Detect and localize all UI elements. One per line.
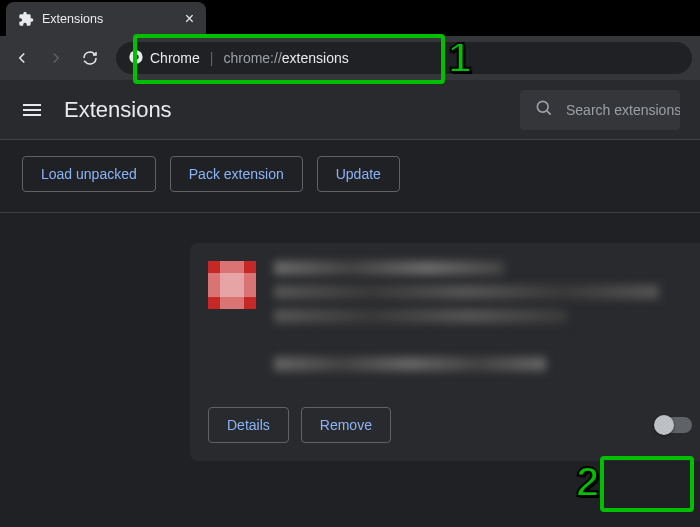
browser-tab[interactable]: Extensions × <box>6 2 206 36</box>
extension-puzzle-icon <box>18 11 34 27</box>
chrome-icon <box>128 49 144 68</box>
extension-desc-redacted <box>274 309 567 323</box>
hamburger-menu-icon[interactable] <box>20 98 44 122</box>
pack-extension-button[interactable]: Pack extension <box>170 156 303 192</box>
url-scheme: chrome:// <box>223 50 281 66</box>
browser-toolbar: Chrome | chrome://extensions <box>0 36 700 80</box>
reload-button[interactable] <box>76 44 104 72</box>
extension-info <box>274 261 692 381</box>
details-button[interactable]: Details <box>208 407 289 443</box>
extensions-grid: Details Remove <box>0 213 700 461</box>
update-button[interactable]: Update <box>317 156 400 192</box>
search-input[interactable] <box>566 102 680 118</box>
origin-label: Chrome <box>150 50 200 66</box>
extension-desc-redacted <box>274 285 659 299</box>
tab-close-icon[interactable]: × <box>185 11 194 27</box>
toggle-knob <box>654 415 674 435</box>
forward-button[interactable] <box>42 44 70 72</box>
remove-button[interactable]: Remove <box>301 407 391 443</box>
annotation-label-2: 2 <box>576 458 599 506</box>
tab-title: Extensions <box>42 12 177 26</box>
browser-tab-bar: Extensions × <box>0 0 700 36</box>
dev-actions-row: Load unpacked Pack extension Update <box>0 140 700 213</box>
enable-toggle[interactable] <box>656 417 692 433</box>
back-button[interactable] <box>8 44 36 72</box>
omnibox-separator: | <box>210 50 214 66</box>
url-display: chrome://extensions <box>223 50 348 66</box>
load-unpacked-button[interactable]: Load unpacked <box>22 156 156 192</box>
address-bar[interactable]: Chrome | chrome://extensions <box>116 42 692 74</box>
extension-name-redacted <box>274 261 504 275</box>
page-header: Extensions <box>0 80 700 140</box>
search-icon <box>534 98 554 122</box>
svg-point-1 <box>133 54 138 59</box>
extension-card: Details Remove <box>190 243 700 461</box>
extension-icon <box>208 261 256 309</box>
url-path: extensions <box>282 50 349 66</box>
annotation-label-1: 1 <box>448 34 471 82</box>
svg-point-2 <box>537 101 548 112</box>
search-box[interactable] <box>520 90 680 130</box>
origin-chip: Chrome <box>128 49 200 68</box>
page-title: Extensions <box>64 97 500 123</box>
extension-meta-redacted <box>274 357 546 371</box>
